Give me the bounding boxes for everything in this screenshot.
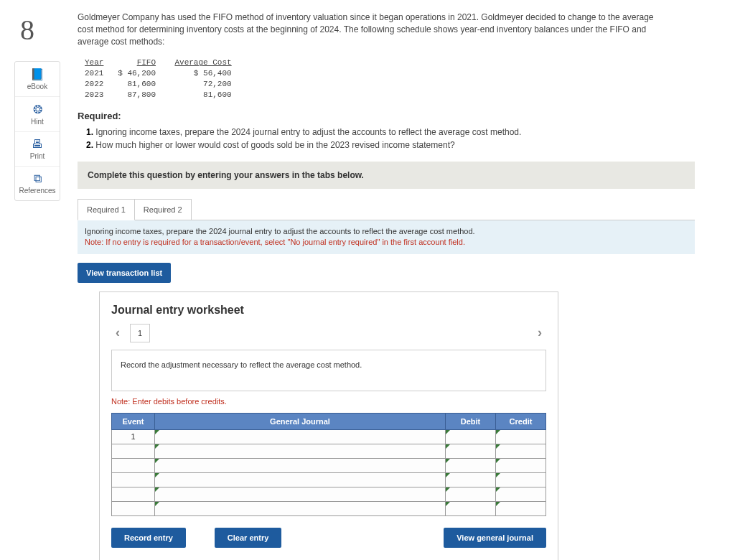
chevron-left-icon[interactable]: ‹ [111, 325, 124, 340]
credit-cell[interactable] [496, 501, 546, 515]
table-row [112, 444, 546, 458]
printer-icon: 🖶 [32, 138, 43, 151]
problem-intro: Goldmeyer Company has used the FIFO meth… [78, 11, 666, 47]
debits-before-credits-note: Note: Enter debits before credits. [111, 397, 546, 406]
gj-cell[interactable] [155, 429, 446, 444]
worksheet-button-row: Record entry Clear entry View general jo… [111, 528, 546, 548]
col-credit: Credit [496, 413, 546, 429]
table-row [112, 458, 546, 472]
record-entry-button[interactable]: Record entry [111, 528, 186, 548]
instruction-note: Note: If no entry is required for a tran… [85, 238, 465, 246]
tool-label: References [19, 187, 55, 195]
table-row: 1 [112, 429, 546, 444]
debit-cell[interactable] [446, 458, 496, 472]
event-cell[interactable]: 1 [112, 429, 155, 444]
view-transaction-list-button[interactable]: View transaction list [78, 263, 171, 283]
debit-cell[interactable] [446, 429, 496, 444]
copy-icon: ⧉ [34, 172, 42, 185]
tab-required-1[interactable]: Required 1 [78, 199, 135, 220]
book-icon: 📘 [30, 67, 45, 81]
debit-cell[interactable] [446, 444, 496, 458]
question-number: 8 [7, 7, 72, 58]
debit-cell[interactable] [446, 472, 496, 487]
tab-instruction: Ignoring income taxes, prepare the 2024 … [78, 220, 695, 254]
tool-references[interactable]: ⧉ References [15, 167, 60, 200]
table-row [112, 472, 546, 487]
instruction-main: Ignoring income taxes, prepare the 2024 … [85, 227, 475, 235]
lifesaver-icon: ❂ [33, 103, 42, 116]
gj-cell[interactable] [155, 472, 446, 487]
required-list: 1. Ignoring income taxes, prepare the 20… [86, 126, 721, 151]
table-row [112, 487, 546, 501]
event-cell[interactable] [112, 501, 155, 515]
worksheet-step[interactable]: 1 [130, 324, 150, 342]
journal-worksheet: Journal entry worksheet ‹ 1 › Record the… [99, 291, 558, 560]
tool-label: eBook [27, 83, 47, 90]
tool-ebook[interactable]: 📘 eBook [15, 62, 60, 97]
credit-cell[interactable] [496, 472, 546, 487]
required-heading: Required: [78, 111, 721, 121]
journal-table: Event General Journal Debit Credit 1 [111, 413, 546, 516]
credit-cell[interactable] [496, 458, 546, 472]
answer-tabs: Required 1 Required 2 [78, 199, 721, 220]
tool-print[interactable]: 🖶 Print [15, 132, 60, 167]
credit-cell[interactable] [496, 487, 546, 501]
event-cell[interactable] [112, 487, 155, 501]
tool-hint[interactable]: ❂ Hint [15, 97, 60, 132]
view-general-journal-button[interactable]: View general journal [444, 528, 546, 548]
clear-entry-button[interactable]: Clear entry [215, 528, 281, 548]
event-cell[interactable] [112, 444, 155, 458]
tool-sidebar: 📘 eBook ❂ Hint 🖶 Print ⧉ References [14, 61, 60, 201]
gj-cell[interactable] [155, 487, 446, 501]
col-general-journal: General Journal [155, 413, 446, 429]
gj-cell[interactable] [155, 444, 446, 458]
chevron-right-icon[interactable]: › [533, 325, 546, 340]
tool-label: Print [30, 152, 45, 160]
complete-instruction-bar: Complete this question by entering your … [78, 162, 695, 189]
record-description: Record the adjustment necessary to refle… [111, 350, 546, 391]
gj-cell[interactable] [155, 501, 446, 515]
inventory-table: Year FIFO Average Cost 2021 $ 46,200 $ 5… [85, 57, 721, 100]
tab-required-2[interactable]: Required 2 [134, 199, 192, 220]
event-cell[interactable] [112, 472, 155, 487]
event-cell[interactable] [112, 458, 155, 472]
tool-label: Hint [31, 118, 44, 126]
gj-cell[interactable] [155, 458, 446, 472]
credit-cell[interactable] [496, 444, 546, 458]
worksheet-title: Journal entry worksheet [111, 304, 546, 317]
table-row [112, 501, 546, 515]
debit-cell[interactable] [446, 501, 496, 515]
col-debit: Debit [446, 413, 496, 429]
debit-cell[interactable] [446, 487, 496, 501]
worksheet-nav: ‹ 1 › [111, 324, 546, 342]
col-event: Event [112, 413, 155, 429]
credit-cell[interactable] [496, 429, 546, 444]
